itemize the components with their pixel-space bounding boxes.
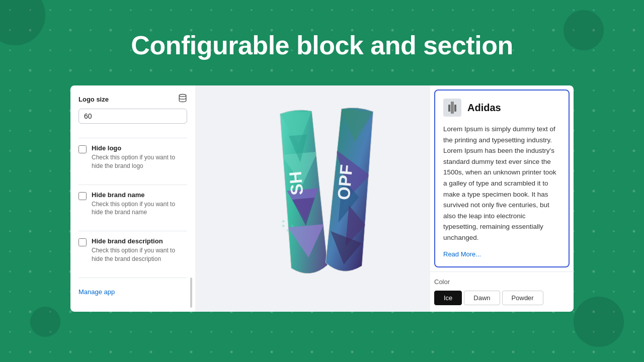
color-section: Color Ice Dawn Powder	[430, 272, 574, 311]
page-title: Configurable block and section	[0, 30, 644, 60]
deco-circle-4	[574, 297, 624, 347]
database-icon	[178, 94, 187, 105]
svg-rect-20	[454, 105, 456, 112]
read-more-link[interactable]: Read More...	[443, 250, 481, 258]
deco-circle-3	[30, 307, 60, 337]
svg-point-17	[282, 220, 284, 223]
hide-brand-desc-checkbox[interactable]	[78, 238, 87, 246]
hide-logo-desc: Check this option if you want to hide th…	[92, 153, 187, 170]
hide-brand-name-checkbox[interactable]	[78, 192, 87, 200]
logo-size-input[interactable]: 60	[78, 109, 187, 124]
color-label: Color	[434, 278, 570, 286]
manage-app-link[interactable]: Manage app	[78, 288, 187, 296]
brand-header: Adidas	[443, 99, 560, 117]
logo-size-section: Logo size 60	[78, 94, 187, 124]
brand-card: Adidas Lorem Ipsum is simply dummy text …	[434, 89, 570, 267]
svg-rect-18	[451, 102, 454, 114]
snowboard-image: SH	[243, 103, 383, 294]
hide-brand-desc-title: Hide brand description	[92, 237, 187, 245]
hide-logo-title: Hide logo	[92, 144, 187, 152]
hide-logo-option: Hide logo Check this option if you want …	[78, 144, 187, 170]
svg-point-16	[291, 225, 294, 227]
color-btn-dawn[interactable]: Dawn	[464, 291, 500, 305]
left-panel: Logo size 60 Hide logo	[70, 85, 195, 312]
scroll-indicator	[190, 278, 192, 308]
logo-size-label: Logo size	[78, 96, 109, 103]
snowboard-svg: SH	[243, 103, 383, 294]
brand-description: Lorem Ipsum is simply dummy text of the …	[443, 124, 560, 243]
divider-4	[78, 278, 187, 278]
hide-brand-name-title: Hide brand name	[92, 191, 187, 199]
svg-point-14	[282, 225, 284, 227]
brand-name: Adidas	[467, 102, 501, 114]
svg-rect-19	[448, 105, 450, 112]
svg-point-15	[286, 229, 289, 232]
hide-brand-name-desc: Check this option if you want to hide th…	[92, 200, 187, 217]
color-btn-powder[interactable]: Powder	[502, 291, 543, 305]
svg-text:OPF: OPF	[334, 164, 356, 201]
hide-logo-checkbox[interactable]	[78, 145, 87, 153]
svg-text:SH: SH	[285, 170, 306, 196]
divider-3	[78, 231, 187, 231]
color-buttons: Ice Dawn Powder	[434, 291, 570, 305]
hide-brand-desc-option: Hide brand description Check this option…	[78, 237, 187, 263]
main-container: Logo size 60 Hide logo	[70, 85, 574, 312]
divider-1	[78, 138, 187, 138]
right-panel: Adidas Lorem Ipsum is simply dummy text …	[430, 85, 574, 312]
color-btn-ice[interactable]: Ice	[434, 291, 462, 305]
hide-brand-name-option: Hide brand name Check this option if you…	[78, 191, 187, 217]
hide-brand-desc-text: Check this option if you want to hide th…	[92, 246, 187, 263]
logo-size-header: Logo size	[78, 94, 187, 105]
svg-point-0	[179, 95, 186, 97]
brand-logo-icon	[443, 99, 461, 117]
center-panel: SH	[195, 85, 430, 312]
divider-2	[78, 185, 187, 185]
